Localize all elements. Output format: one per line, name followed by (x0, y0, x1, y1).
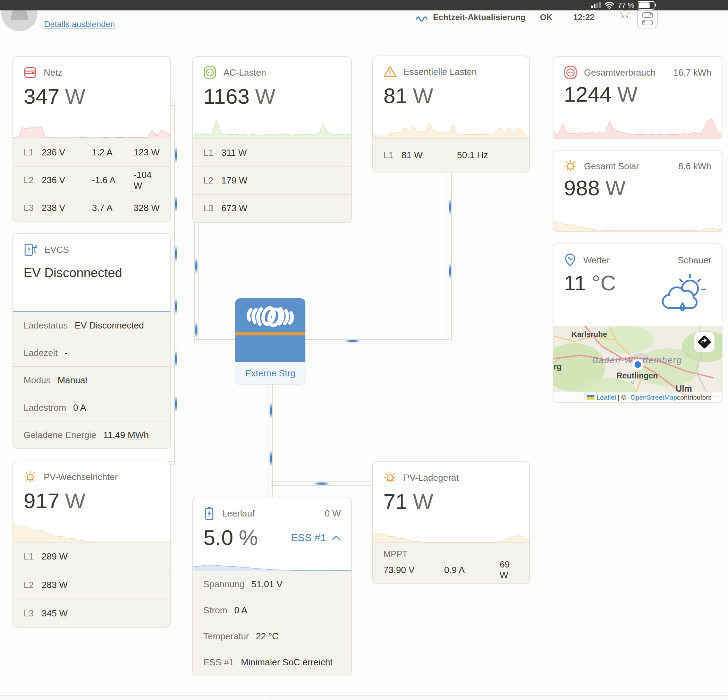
connector-essential-vertical (448, 171, 452, 341)
realtime-wave-icon (416, 13, 430, 22)
consumption-sparkline (553, 114, 722, 139)
card-title: PV-Ladegerät (404, 472, 459, 483)
toggle-icon (642, 20, 653, 25)
mppt-power: 69 W (500, 559, 519, 581)
flow-dash (175, 396, 177, 412)
detail-row: Ladezeit- (13, 339, 170, 366)
essential-power-value: 81 (383, 84, 407, 108)
widget-settings-button[interactable] (637, 9, 658, 29)
flow-dash (449, 263, 451, 279)
connector-inverter-left (194, 339, 235, 344)
detail-row: Ladestrom0 A (13, 394, 170, 421)
hide-details-link[interactable]: Details ausblenden (44, 19, 115, 29)
warning-icon (383, 65, 397, 78)
detail-row: ModusManual (13, 366, 170, 394)
evcs-status-heading: EV Disconnected (13, 257, 170, 280)
card-total-consumption[interactable]: Gesamtverbrauch 16.7 kWh 1244W (553, 56, 722, 139)
card-pv-inverter[interactable]: PV-Wechselrichter 917W L1289 W L2283 W L… (13, 460, 171, 628)
map-directions-button[interactable] (694, 332, 715, 352)
mppt-label: MPPT (373, 543, 529, 559)
flow-dash (175, 147, 177, 163)
card-title: PV-Wechselrichter (44, 472, 118, 482)
sun-icon (383, 471, 397, 484)
card-total-solar[interactable]: Gesamt Solar 8.6 kWh 988W (553, 150, 722, 232)
detail-row: Strom0 A (193, 597, 351, 623)
flow-dash (314, 482, 330, 485)
ac-loads-power-value: 1163 (203, 84, 250, 108)
card-title: Leerlauf (222, 508, 255, 519)
connector-inverter-right (305, 339, 451, 344)
rain-shower-icon (654, 268, 709, 320)
pv-charger-sparkline (373, 522, 529, 543)
card-ac-loads[interactable]: AC-Lasten 1163W L1311 W L2179 W L3673 W (192, 56, 352, 223)
weather-map[interactable]: Karlsruhe rg Baden-Württemberg Reutlinge… (553, 326, 722, 402)
location-pin-icon (564, 253, 576, 267)
ev-charger-icon (24, 243, 38, 257)
inverter-label: Externe Strg (235, 362, 305, 384)
total-consumption-value: 1244 (564, 82, 612, 106)
ess-link[interactable]: ESS #1 (291, 532, 341, 544)
soc-value: 5.0 (203, 525, 233, 550)
connector-battery-vertical (269, 384, 273, 497)
pv-inverter-sparkline (13, 522, 170, 543)
flow-dash (175, 351, 177, 367)
osm-link[interactable]: OpenStreetMap (630, 394, 677, 401)
phase-row: L2236 V-1.6 A-104 W (13, 166, 170, 194)
map-label-ulm: Ulm (676, 384, 692, 393)
card-essential-loads[interactable]: Essentielle Lasten 81W L1 81 W 50.1 Hz (372, 55, 530, 172)
grid-icon (24, 66, 37, 79)
flow-dash (344, 340, 360, 342)
battery-icon (638, 1, 654, 10)
card-pv-charger[interactable]: PV-Ladegerät 71W MPPT 73.90 V 0.9 A 69 W (372, 461, 530, 584)
card-weather[interactable]: Wetter Schauer 11°C (553, 244, 722, 403)
card-title: AC-Lasten (224, 67, 266, 78)
detail-row: Spannung51.01 V (193, 571, 351, 597)
card-title: Gesamt Solar (584, 161, 639, 172)
card-title: Essentielle Lasten (404, 66, 477, 77)
victron-logo (244, 303, 296, 329)
card-title: Netz (44, 67, 62, 78)
battery-power: 0 W (325, 508, 341, 519)
card-title: Gesamtverbrauch (584, 67, 656, 78)
outlet-icon (203, 66, 217, 79)
chevron-up-icon (332, 535, 341, 540)
phase-row: L1 81 W 50.1 Hz (373, 139, 529, 171)
connector-ac-vertical (194, 221, 198, 342)
leaflet-link[interactable]: Leaflet (597, 394, 617, 401)
map-label-edge: rg (553, 362, 562, 371)
temperature-unit: °C (592, 271, 616, 295)
essential-sparkline (373, 115, 529, 139)
next-section-divider (271, 696, 272, 700)
phase-row: L2179 W (193, 166, 351, 194)
phase-row: L3673 W (193, 194, 351, 222)
status-ok: OK (540, 13, 552, 22)
flow-dash (270, 450, 272, 466)
battery-percent: 77 % (618, 1, 634, 9)
unit: W (65, 84, 85, 108)
mppt-values-row: 73.90 V 0.9 A 69 W (373, 559, 529, 581)
battery-bolt-icon (203, 507, 215, 520)
mppt-voltage: 73.90 V (383, 565, 444, 576)
inverter-stripe (235, 332, 305, 335)
connector-pvcharger-horizontal (272, 482, 372, 486)
pv-inverter-power-value: 917 (24, 489, 59, 513)
card-grid[interactable]: Netz 347W L1236 V1.2 A123 W L2236 V-1.6 … (13, 56, 171, 222)
phase-row: L3345 W (13, 599, 170, 627)
realtime-label: Echtzeit-Aktualisierung (433, 13, 526, 22)
card-evcs[interactable]: EVCS EV Disconnected LadestatusEV Discon… (13, 233, 171, 449)
flow-dash (175, 196, 177, 212)
inverter-node[interactable]: Externe Strg (235, 298, 305, 384)
card-battery-idle[interactable]: Leerlauf 0 W 5.0% ESS #1 Spannung51.01 V… (192, 497, 352, 675)
energy-total: 8.6 kWh (678, 161, 711, 172)
flow-dash (175, 245, 177, 261)
pv-charger-power-value: 71 (383, 489, 407, 513)
phase-row: L3238 V3.7 A328 W (13, 194, 170, 222)
solar-sparkline (553, 207, 722, 231)
dashboard-page: Cerbo GX NTAIL Details ausblenden Echtze… (0, 0, 728, 700)
svg-text:contributors: contributors (677, 394, 711, 401)
cellular-signal-icon (591, 2, 601, 8)
flow-dash (449, 199, 451, 215)
sun-icon (564, 160, 577, 173)
ac-loads-sparkline (193, 115, 351, 139)
map-label-reutlingen: Reutlingen (617, 371, 658, 380)
